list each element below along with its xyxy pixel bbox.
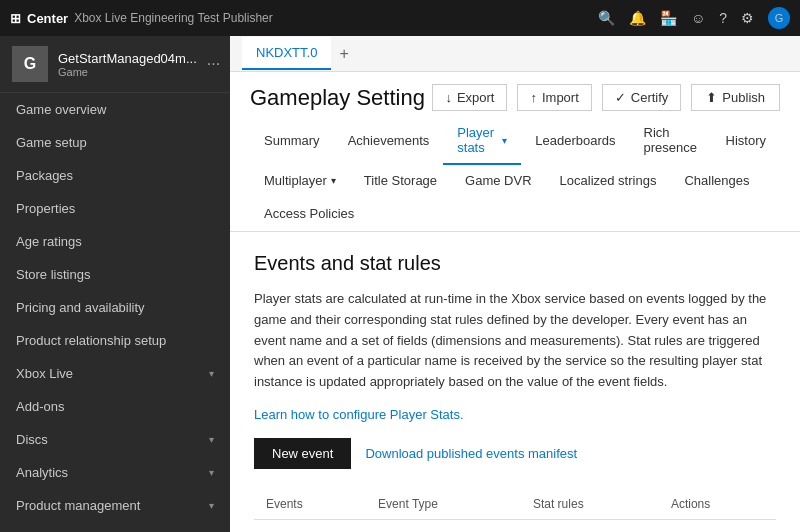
nav-row-2: Multiplayer ▾ Title Storage Game DVR Loc… [250,165,780,198]
table-header: Events Event Type Stat rules Actions [254,489,776,520]
sidebar-item-label: Analytics [16,465,68,480]
nav-row-3: Access Policies [250,198,780,231]
sidebar-logo-box: G [12,46,48,82]
help-icon[interactable]: ? [719,10,727,26]
sidebar-item-label: Age ratings [16,234,82,249]
sidebar-game-info: GetStartManaged04m... Game [58,51,197,78]
sidebar-game-type: Game [58,66,197,78]
tab-label: NKDXTT.0 [256,45,317,60]
tab-access-policies[interactable]: Access Policies [250,198,368,231]
smiley-icon[interactable]: ☺ [691,10,705,26]
sidebar-item-age-ratings[interactable]: Age ratings [0,225,230,258]
tab-localized-strings[interactable]: Localized strings [546,165,671,198]
publish-button[interactable]: ⬆ Publish [691,84,780,111]
sidebar-item-label: Product management [16,498,140,513]
certify-icon: ✓ [615,90,626,105]
import-icon: ↑ [530,90,537,105]
tab-achievements[interactable]: Achievements [334,125,444,158]
topbar-logo: ⊞ Center Xbox Live Engineering Test Publ… [10,11,273,26]
sidebar-item-label: Properties [16,201,75,216]
tab-title-storage[interactable]: Title Storage [350,165,451,198]
tab-rich-presence[interactable]: Rich presence [630,117,712,165]
sidebar-item-properties[interactable]: Properties [0,192,230,225]
tab-leaderboards[interactable]: Leaderboards [521,125,629,158]
sidebar-item-label: Packages [16,168,73,183]
chevron-down-icon: ▾ [502,135,507,146]
sidebar-item-product-relationship[interactable]: Product relationship setup [0,324,230,357]
no-data-row: No player stats configured [254,519,776,532]
store-icon[interactable]: 🏪 [660,10,677,26]
bell-icon[interactable]: 🔔 [629,10,646,26]
page-header: Gameplay Setting ↓ Export ↑ Import ✓ Cer… [230,72,800,111]
tab-add-btn[interactable]: + [331,45,356,63]
col-stat-rules: Stat rules [521,489,659,520]
sidebar-item-xbox-live[interactable]: Xbox Live ▾ [0,357,230,390]
description-text: Player stats are calculated at run-time … [254,289,776,393]
topbar-icons: 🔍 🔔 🏪 ☺ ? ⚙ G [598,7,790,29]
nav-tabs: Summary Achievements Player stats ▾ Lead… [230,111,800,232]
sidebar-item-pricing[interactable]: Pricing and availability [0,291,230,324]
sidebar-item-label: Discs [16,432,48,447]
no-data-message: No player stats configured [254,519,776,532]
tab-bar: NKDXTT.0 + [230,36,800,72]
sidebar-item-services[interactable]: Services ▾ [0,522,230,532]
sidebar-item-label: Game overview [16,102,106,117]
sidebar-item-game-overview[interactable]: Game overview [0,93,230,126]
export-button[interactable]: ↓ Export [432,84,507,111]
new-event-button[interactable]: New event [254,438,351,469]
sidebar-header: G GetStartManaged04m... Game ··· [0,36,230,93]
sidebar-item-packages[interactable]: Packages [0,159,230,192]
chevron-down-icon: ▾ [331,175,336,186]
certify-button[interactable]: ✓ Certify [602,84,682,111]
col-actions: Actions [659,489,776,520]
body-content: Events and stat rules Player stats are c… [230,232,800,532]
sidebar-item-product-management[interactable]: Product management ▾ [0,489,230,522]
button-row: New event Download published events mani… [254,438,776,469]
table-body: No player stats configured [254,519,776,532]
settings-icon[interactable]: ⚙ [741,10,754,26]
page-title: Gameplay Setting [250,85,425,111]
sidebar-item-store-listings[interactable]: Store listings [0,258,230,291]
nav-row-1: Summary Achievements Player stats ▾ Lead… [250,117,780,165]
tab-player-stats[interactable]: Player stats ▾ [443,117,521,165]
page-content: Gameplay Setting ↓ Export ↑ Import ✓ Cer… [230,72,800,532]
import-button[interactable]: ↑ Import [517,84,591,111]
sidebar-item-addons[interactable]: Add-ons [0,390,230,423]
page-actions: ↓ Export ↑ Import ✓ Certify ⬆ Publish [432,84,780,111]
sidebar-item-label: Store listings [16,267,90,282]
topbar-subtitle: Xbox Live Engineering Test Publisher [74,11,273,25]
chevron-down-icon: ▾ [209,434,214,445]
tab-challenges[interactable]: Challenges [670,165,763,198]
col-event-type: Event Type [366,489,521,520]
user-avatar[interactable]: G [768,7,790,29]
chevron-down-icon: ▾ [209,368,214,379]
content-area: NKDXTT.0 + Gameplay Setting ↓ Export ↑ I… [230,36,800,532]
sidebar-item-label: Game setup [16,135,87,150]
sidebar-item-game-setup[interactable]: Game setup [0,126,230,159]
events-table: Events Event Type Stat rules Actions No … [254,489,776,532]
xbox-icon: ⊞ [10,11,21,26]
publish-icon: ⬆ [706,90,717,105]
tab-nkdxtt[interactable]: NKDXTT.0 [242,37,331,70]
sidebar-item-label: Product relationship setup [16,333,166,348]
tab-history[interactable]: History [712,125,780,158]
topbar-title: Center [27,11,68,26]
sidebar-game-title: GetStartManaged04m... [58,51,197,66]
tab-multiplayer[interactable]: Multiplayer ▾ [250,165,350,198]
sidebar: G GetStartManaged04m... Game ··· Game ov… [0,36,230,532]
main-layout: G GetStartManaged04m... Game ··· Game ov… [0,36,800,532]
section-title: Events and stat rules [254,252,776,275]
sidebar-item-analytics[interactable]: Analytics ▾ [0,456,230,489]
sidebar-more-btn[interactable]: ··· [207,55,220,73]
tab-game-dvr[interactable]: Game DVR [451,165,545,198]
download-manifest-link[interactable]: Download published events manifest [365,446,577,461]
search-icon[interactable]: 🔍 [598,10,615,26]
learn-how-link[interactable]: Learn how to configure Player Stats. [254,407,464,422]
chevron-down-icon: ▾ [209,467,214,478]
export-icon: ↓ [445,90,452,105]
tab-summary[interactable]: Summary [250,125,334,158]
col-events: Events [254,489,366,520]
sidebar-item-label: Pricing and availability [16,300,145,315]
sidebar-item-discs[interactable]: Discs ▾ [0,423,230,456]
chevron-down-icon: ▾ [209,500,214,511]
